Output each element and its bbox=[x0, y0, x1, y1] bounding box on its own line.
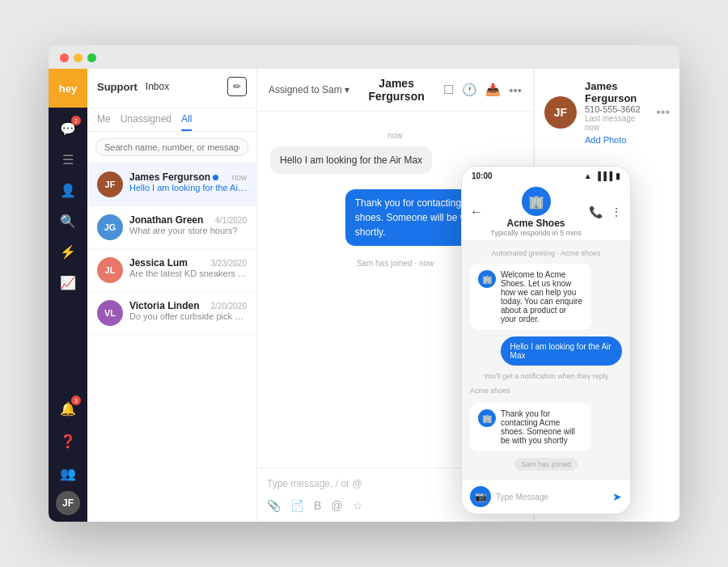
conv-time: 3/23/2020 bbox=[211, 259, 248, 268]
bell-nav-icon[interactable]: 🔔 3 bbox=[53, 394, 83, 423]
mention-icon[interactable]: @ bbox=[331, 499, 342, 512]
bold-icon[interactable]: B bbox=[314, 499, 321, 512]
phone-incoming-msg: 🏢 Welcome to Acme Shoes. Let us know how… bbox=[470, 264, 591, 330]
add-photo-link[interactable]: Add Photo bbox=[585, 135, 648, 145]
assigned-label[interactable]: Assigned to Sam ▾ bbox=[269, 84, 349, 95]
chat-header: Assigned to Sam ▾ James Fergurson ☐ 🕐 📥 … bbox=[257, 69, 533, 112]
wifi-icon: ▲ bbox=[584, 171, 592, 180]
phone-back-button[interactable]: ← bbox=[470, 205, 483, 219]
contact-name: James Fergurson bbox=[585, 80, 648, 104]
avatar: JG bbox=[97, 214, 123, 240]
auto-label: Automated greeting · Acme shoes bbox=[470, 249, 622, 257]
conv-time: 2/20/2020 bbox=[211, 302, 248, 311]
avatar: VL bbox=[97, 300, 123, 326]
contact-avatar: JF bbox=[544, 96, 577, 129]
lightning-nav-icon[interactable]: ⚡ bbox=[53, 237, 83, 266]
conv-name: Victoria Linden bbox=[129, 300, 199, 311]
biz-sub: Typically responds in 5 mins bbox=[490, 229, 582, 237]
biz-msg-icon: 🏢 bbox=[478, 270, 496, 288]
inbox-button[interactable]: Inbox bbox=[146, 81, 169, 92]
phone-input-bar: 📷 Type Message ➤ bbox=[462, 479, 630, 514]
conv-name: James Fergurson bbox=[129, 171, 218, 183]
star-icon[interactable]: ☆ bbox=[353, 499, 363, 512]
chat-contact-name: James Fergurson bbox=[358, 77, 435, 103]
phone-status-bar: 10:00 ▲ ▐▐▐ ▮ bbox=[462, 167, 630, 184]
maximize-dot[interactable] bbox=[87, 53, 96, 62]
conv-time: now bbox=[232, 173, 247, 182]
attach-icon[interactable]: 📎 bbox=[267, 499, 281, 512]
clock-icon[interactable]: 🕐 bbox=[462, 83, 477, 97]
conv-preview: Are the latest KD sneakers in? bbox=[129, 269, 247, 278]
conv-time: 4/1/2020 bbox=[215, 216, 247, 225]
list-item[interactable]: JL Jessica Lum 3/23/2020 Are the latest … bbox=[87, 249, 256, 292]
phone-time: 10:00 bbox=[472, 171, 493, 180]
signal-icon: ▐▐▐ bbox=[595, 171, 612, 180]
phone-overlay: 10:00 ▲ ▐▐▐ ▮ ← 🏢 Acme Shoes Typically r… bbox=[461, 166, 631, 514]
phone-incoming-msg2: 🏢 Thank you for contacting Acme shoes. S… bbox=[470, 403, 591, 451]
user-avatar[interactable]: JF bbox=[56, 491, 80, 515]
compose-button[interactable]: ✏ bbox=[227, 77, 247, 96]
battery-icon: ▮ bbox=[616, 171, 620, 180]
conv-preview: What are your store hours? bbox=[129, 226, 247, 235]
phone-call-icon[interactable]: 📞 bbox=[589, 205, 603, 218]
phone-notification: You'll get a notification when they repl… bbox=[470, 372, 622, 380]
tab-me[interactable]: Me bbox=[97, 113, 111, 131]
conv-name: Jonathan Green bbox=[129, 214, 203, 226]
browser-toolbar bbox=[49, 45, 679, 69]
conversations-panel: Support Inbox ✏ Me Unassigned All bbox=[87, 69, 257, 522]
phone-nav: ← 🏢 Acme Shoes Typically responds in 5 m… bbox=[462, 184, 630, 241]
phone-send-button[interactable]: ➤ bbox=[612, 490, 622, 503]
conv-search bbox=[87, 132, 256, 163]
support-label[interactable]: Support bbox=[97, 81, 138, 93]
conv-preview: Do you offer curbside pick up? bbox=[129, 311, 247, 321]
contacts-nav-icon[interactable]: 👤 bbox=[53, 176, 83, 205]
inbox2-icon[interactable]: 📥 bbox=[485, 83, 501, 97]
phone-acme-label: Acme shoes bbox=[470, 387, 622, 395]
biz-name: Acme Shoes bbox=[506, 218, 565, 229]
chart-nav-icon[interactable]: 📈 bbox=[53, 268, 83, 297]
phone-outgoing-msg: Hello I am looking for the Air Max bbox=[501, 336, 622, 366]
search-input[interactable] bbox=[95, 138, 248, 156]
conv-tabs: Me Unassigned All bbox=[87, 108, 256, 132]
article-icon[interactable]: 📄 bbox=[290, 499, 304, 512]
icon-sidebar: hey 💬 2 ☰ 👤 🔍 bbox=[49, 69, 87, 522]
message-input[interactable] bbox=[267, 475, 481, 493]
icon-nav: 💬 2 ☰ 👤 🔍 ⚡ 📈 bbox=[53, 108, 83, 387]
avatar: JF bbox=[97, 171, 123, 197]
list-item[interactable]: JG Jonathan Green 4/1/2020 What are your… bbox=[87, 206, 256, 249]
list-nav-icon[interactable]: ☰ bbox=[53, 145, 83, 174]
search-nav-icon[interactable]: 🔍 bbox=[53, 206, 83, 235]
tab-all[interactable]: All bbox=[181, 113, 192, 131]
phone-message-input[interactable]: Type Message bbox=[496, 493, 607, 501]
more-icon[interactable]: ••• bbox=[509, 83, 522, 97]
online-indicator bbox=[213, 175, 218, 180]
phone-messages: Automated greeting · Acme shoes 🏢 Welcom… bbox=[462, 241, 630, 479]
biz-icon: 🏢 bbox=[522, 187, 551, 216]
minimize-dot[interactable] bbox=[74, 53, 83, 62]
phone-system-msg: Sam has joined bbox=[514, 458, 578, 471]
help-nav-icon[interactable]: ❓ bbox=[53, 426, 83, 455]
conv-preview: Hello I am looking for the Air Max bbox=[129, 183, 247, 193]
conv-header: Support Inbox ✏ bbox=[87, 69, 256, 108]
people-nav-icon[interactable]: 👥 bbox=[53, 459, 83, 488]
msg-timestamp: now bbox=[270, 131, 520, 140]
chat-nav-icon[interactable]: 💬 2 bbox=[53, 114, 83, 143]
conv-list: JF James Fergurson now Hello I am lookin… bbox=[87, 163, 256, 522]
contact-last-msg: Last message now bbox=[585, 114, 648, 132]
app-logo[interactable]: hey bbox=[49, 69, 87, 108]
message-bubble: Hello I am looking for the Air Max bbox=[270, 146, 432, 174]
biz-msg-icon2: 🏢 bbox=[478, 409, 496, 427]
close-dot[interactable] bbox=[60, 53, 69, 62]
contact-more-icon[interactable]: ••• bbox=[656, 105, 670, 120]
contact-phone: 510-555-3662 bbox=[585, 104, 648, 114]
avatar: JL bbox=[97, 257, 123, 283]
list-item[interactable]: JF James Fergurson now Hello I am lookin… bbox=[87, 163, 256, 206]
conv-name: Jessica Lum bbox=[129, 257, 188, 269]
phone-more-icon[interactable]: ⋮ bbox=[611, 205, 622, 218]
tab-unassigned[interactable]: Unassigned bbox=[121, 113, 171, 131]
list-item[interactable]: VL Victoria Linden 2/20/2020 Do you offe… bbox=[87, 292, 256, 335]
note-icon[interactable]: ☐ bbox=[443, 83, 454, 97]
phone-camera-button[interactable]: 📷 bbox=[470, 486, 491, 507]
icon-sidebar-bottom: 🔔 3 ❓ 👥 JF bbox=[53, 387, 83, 522]
